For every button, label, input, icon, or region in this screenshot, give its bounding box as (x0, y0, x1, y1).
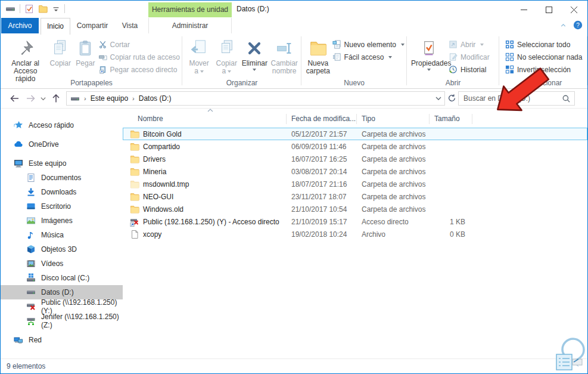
file-row-msdownld-tmp[interactable]: msdownld.tmp18/07/2017 21:16Carpeta de a… (123, 178, 587, 190)
divider (64, 4, 65, 13)
sidebar-item-disco-local-c[interactable]: Disco local (C:) (1, 271, 123, 285)
maximize-button[interactable] (536, 2, 561, 17)
help-icon[interactable]: ? (573, 20, 583, 30)
drive-icon (5, 4, 15, 14)
open-button[interactable]: Abrir (449, 39, 490, 50)
file-row-neo-gui[interactable]: NEO-GUI23/11/2017 18:07Carpeta de archiv… (123, 190, 587, 203)
copy-to-button[interactable]: Copiar a (213, 36, 239, 76)
column-header-tipo[interactable]: Tipo (357, 114, 430, 124)
invert-selection-button[interactable]: Invertir selección (505, 64, 582, 75)
cut-button[interactable]: Cortar (98, 39, 180, 50)
button-label: Abrir (461, 41, 475, 49)
file-row-xcopy[interactable]: xcopy19/02/2018 10:24Archivo0 KB (123, 228, 587, 240)
recent-locations-chevron-icon[interactable] (40, 95, 46, 102)
select-all-button[interactable]: Seleccionar todo (505, 39, 582, 50)
close-button[interactable] (561, 2, 586, 17)
file-date-cell: 16/07/2017 16:25 (287, 155, 357, 163)
search-input[interactable] (462, 94, 562, 103)
sidebar-item-label: Este equipo (29, 159, 66, 168)
paste-shortcut-button[interactable]: Pegar acceso directo (98, 64, 180, 75)
column-header-nombre[interactable]: Nombre (123, 114, 287, 124)
group-label-organizar: Organizar (182, 79, 301, 87)
move-to-icon (186, 37, 211, 59)
history-icon (449, 65, 458, 74)
search-icon[interactable] (562, 94, 571, 103)
search-box[interactable] (458, 91, 575, 106)
new-folder-button[interactable]: Nueva carpeta (305, 36, 331, 76)
up-button[interactable] (51, 93, 61, 104)
pin-to-quick-access-button[interactable]: Anclar al Acceso rápido (4, 36, 46, 84)
drive-net-icon (26, 316, 36, 326)
address-field[interactable]: › Este equipo › Datos (D:) (66, 91, 445, 106)
back-button[interactable] (9, 93, 20, 104)
move-to-button[interactable]: Mover a (186, 36, 212, 76)
select-all-icon (505, 40, 514, 49)
paste-button[interactable]: Pegar (74, 36, 97, 69)
sidebar-item-red[interactable]: Red (1, 333, 123, 347)
sidebar-item-public-192-168-1-250-y[interactable]: Public (\\192.168.1.250) (Y:) (1, 299, 123, 314)
history-button[interactable]: Historial (449, 64, 490, 75)
ribbon-tab-row: Archivo Inicio Compartir Vista Administr… (1, 18, 587, 35)
drive-os-icon (26, 273, 36, 283)
sidebar-item-objetos-3d[interactable]: Objetos 3D (1, 242, 123, 256)
copy-path-button[interactable]: Copiar ruta de acceso (98, 51, 180, 63)
copy-button[interactable]: Copiar (48, 36, 73, 69)
sidebar-item-datos-d[interactable]: Datos (D:) (1, 285, 123, 299)
file-date-cell: 19/02/2018 10:24 (287, 230, 357, 239)
tab-administrar[interactable]: Administrar (148, 18, 232, 33)
tab-compartir[interactable]: Compartir (72, 18, 113, 33)
sidebar-item-m-sica[interactable]: Música (1, 228, 123, 242)
refresh-icon[interactable] (447, 94, 456, 103)
file-icon (130, 230, 139, 239)
forward-button[interactable] (26, 93, 36, 104)
group-label-nuevo: Nuevo (301, 79, 407, 87)
file-name: Drivers (143, 155, 166, 163)
new-folder-quick-icon[interactable] (38, 4, 48, 14)
tab-vista[interactable]: Vista (114, 18, 145, 33)
properties-quick-icon[interactable] (24, 4, 34, 14)
file-row-drivers[interactable]: Drivers16/07/2017 16:25Carpeta de archiv… (123, 153, 587, 165)
new-item-icon (332, 40, 341, 49)
minimize-button[interactable] (511, 2, 536, 17)
file-name: Windows.old (143, 205, 183, 214)
sidebar-item-acceso-r-pido[interactable]: Acceso rápido (1, 118, 123, 132)
sidebar-item-v-deos[interactable]: Vídeos (1, 256, 123, 271)
sidebar-item-im-genes[interactable]: Imágenes (1, 214, 123, 228)
sidebar-item-este-equipo[interactable]: Este equipo (1, 156, 123, 171)
breadcrumb-this-pc[interactable]: Este equipo (91, 94, 128, 103)
customize-toolbar-icon[interactable] (52, 5, 60, 13)
drive-tools-tab[interactable]: Herramientas de unidad (148, 2, 232, 17)
edit-button[interactable]: Modificar (449, 51, 490, 63)
drive-icon (26, 288, 36, 297)
tab-inicio[interactable]: Inicio (41, 18, 70, 35)
file-row-windows-old[interactable]: Windows.old21/10/2017 10:54Carpeta de ar… (123, 203, 587, 215)
button-label: Eliminar (242, 59, 267, 67)
file-row-public-192-168-1-250-y-acceso-directo[interactable]: Public (192.168.1.250) (Y) - Acceso dire… (123, 215, 587, 228)
breadcrumb-datos-d[interactable]: Datos (D:) (139, 94, 172, 103)
status-bar: 9 elementos (1, 358, 587, 373)
delete-button[interactable]: Eliminar (241, 36, 268, 72)
sidebar-item-documentos[interactable]: Documentos (1, 171, 123, 185)
file-row-bitcoin-gold[interactable]: Bitcoin Gold05/12/2017 21:57Carpeta de a… (123, 128, 587, 140)
column-header-tamano[interactable]: Tamaño (430, 114, 472, 124)
sidebar-item-jenifer-192-168-1-250-z[interactable]: Jenifer (\\192.168.1.250) (Z:) (1, 314, 123, 328)
svg-text:?: ? (576, 22, 580, 29)
file-row-compartido[interactable]: Compartido06/09/2019 11:46Carpeta de arc… (123, 140, 587, 153)
address-dropdown-chevron-icon[interactable] (435, 95, 442, 102)
file-name: Compartido (143, 143, 180, 151)
button-label: Fácil acceso (344, 53, 384, 61)
file-row-mineria[interactable]: Mineria03/08/2017 20:14Carpeta de archiv… (123, 165, 587, 178)
new-item-button[interactable]: Nuevo elemento (332, 39, 405, 50)
easy-access-button[interactable]: Fácil acceso (332, 51, 405, 63)
sidebar-item-escritorio[interactable]: Escritorio (1, 199, 123, 214)
select-none-button[interactable]: No seleccionar nada (505, 51, 582, 63)
file-name-cell: msdownld.tmp (123, 180, 287, 189)
column-header-fecha[interactable]: Fecha de modifica... (287, 114, 357, 124)
sidebar-item-downloads[interactable]: Downloads (1, 185, 123, 199)
sidebar-item-onedrive[interactable]: OneDrive (1, 137, 123, 152)
collapse-ribbon-icon[interactable] (559, 21, 567, 29)
properties-button[interactable]: Propiedades (410, 36, 447, 72)
rename-button[interactable]: Cambiar nombre (269, 36, 299, 76)
tab-archivo[interactable]: Archivo (1, 18, 39, 33)
invert-selection-icon (505, 65, 514, 74)
